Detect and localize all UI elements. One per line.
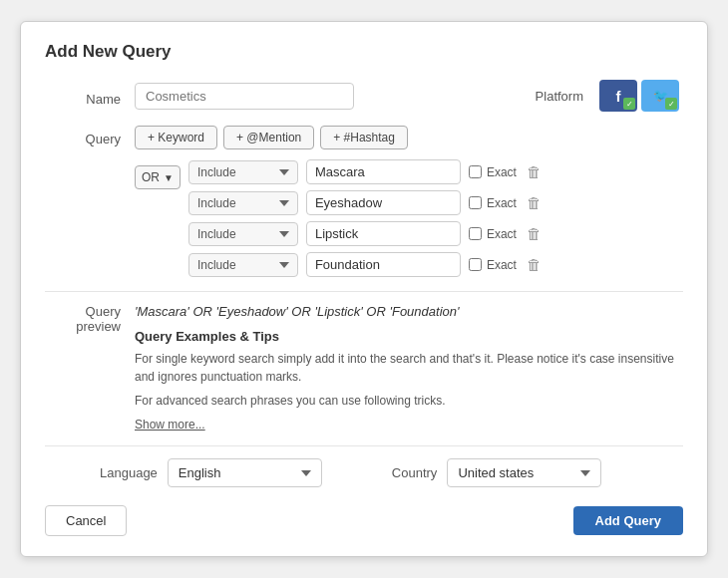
exact-checkbox-1[interactable]	[469, 165, 482, 178]
exact-checkbox-2[interactable]	[469, 196, 482, 209]
divider-1	[45, 291, 683, 292]
keyword-input-4[interactable]	[306, 252, 461, 277]
query-label: Query	[45, 126, 135, 146]
or-button[interactable]: OR ▼	[135, 165, 181, 189]
query-preview-content: 'Mascara' OR 'Eyeshadow' OR 'Lipstick' O…	[135, 304, 683, 432]
tips-line1: For single keyword search simply add it …	[135, 350, 683, 386]
include-select-4[interactable]: Include Exclude	[188, 253, 298, 277]
language-label: Language	[100, 465, 158, 480]
query-preview-label: Query preview	[45, 304, 135, 334]
query-preview-text: 'Mascara' OR 'Eyeshadow' OR 'Lipstick' O…	[135, 304, 683, 319]
add-query-button[interactable]: Add Query	[573, 506, 683, 535]
name-label: Name	[45, 86, 135, 107]
exact-label-2: Exact	[487, 196, 517, 210]
delete-row-2-button[interactable]: 🗑	[525, 192, 544, 213]
name-platform-row: Name Platform f ✓ 🐦 ✓	[45, 80, 683, 112]
platform-label: Platform	[536, 89, 583, 104]
or-label: OR	[142, 170, 160, 184]
mention-button[interactable]: + @Mention	[223, 126, 314, 149]
exact-check-3: Exact	[469, 227, 517, 241]
add-new-query-dialog: Add New Query Name Platform f ✓ 🐦 ✓ Quer…	[20, 21, 708, 557]
tips-title: Query Examples & Tips	[135, 329, 683, 344]
divider-2	[45, 445, 683, 446]
include-select-2[interactable]: Include Exclude	[188, 191, 298, 215]
query-type-buttons: + Keyword + @Mention + #Hashtag	[135, 126, 683, 149]
table-row: Include Exclude Exact 🗑	[188, 159, 683, 184]
language-country-row: Language English French Spanish German C…	[45, 458, 683, 487]
delete-row-4-button[interactable]: 🗑	[525, 254, 544, 275]
language-select[interactable]: English French Spanish German	[168, 458, 322, 487]
name-input[interactable]	[135, 83, 354, 110]
facebook-platform-button[interactable]: f ✓	[599, 80, 637, 112]
tips-line2: For advanced search phrases you can use …	[135, 392, 683, 410]
exact-label-4: Exact	[487, 258, 517, 272]
keyword-input-3[interactable]	[306, 221, 461, 246]
include-select-3[interactable]: Include Exclude	[188, 222, 298, 246]
hashtag-button[interactable]: + #Hashtag	[320, 126, 408, 149]
delete-row-3-button[interactable]: 🗑	[525, 223, 544, 244]
exact-check-4: Exact	[469, 258, 517, 272]
or-button-wrapper: OR ▼	[135, 165, 181, 189]
exact-checkbox-4[interactable]	[469, 258, 482, 271]
exact-label-1: Exact	[487, 165, 517, 179]
dialog-title: Add New Query	[45, 42, 683, 62]
keyword-button[interactable]: + Keyword	[135, 126, 217, 149]
exact-checkbox-3[interactable]	[469, 227, 482, 240]
facebook-icon: f	[616, 88, 621, 105]
twitter-platform-button[interactable]: 🐦 ✓	[641, 80, 679, 112]
language-section: Language English French Spanish German	[45, 458, 322, 487]
exact-check-1: Exact	[469, 165, 517, 179]
country-label: Country	[392, 465, 438, 480]
query-rows: Include Exclude Exact 🗑 Include	[188, 159, 683, 277]
delete-row-1-button[interactable]: 🗑	[525, 161, 544, 182]
table-row: Include Exclude Exact 🗑	[188, 190, 683, 215]
or-arrow-icon: ▼	[164, 172, 174, 183]
table-row: Include Exclude Exact 🗑	[188, 252, 683, 277]
footer-row: Cancel Add Query	[45, 505, 683, 536]
query-rows-wrapper: OR ▼ Include Exclude Exact	[135, 159, 683, 277]
country-section: Country United states United Kingdom Fra…	[392, 458, 602, 487]
table-row: Include Exclude Exact 🗑	[188, 221, 683, 246]
query-row: Query + Keyword + @Mention + #Hashtag OR…	[45, 126, 683, 277]
include-select-1[interactable]: Include Exclude	[188, 160, 298, 184]
keyword-input-2[interactable]	[306, 190, 461, 215]
twitter-check-icon: ✓	[665, 98, 677, 110]
query-preview-row: Query preview 'Mascara' OR 'Eyeshadow' O…	[45, 304, 683, 432]
keyword-input-1[interactable]	[306, 159, 461, 184]
show-more-link[interactable]: Show more...	[135, 418, 205, 432]
country-select[interactable]: United states United Kingdom France Germ…	[447, 458, 601, 487]
platform-wrapper: Platform f ✓ 🐦 ✓	[536, 80, 683, 112]
cancel-button[interactable]: Cancel	[45, 505, 127, 536]
exact-check-2: Exact	[469, 196, 517, 210]
exact-label-3: Exact	[487, 227, 517, 241]
facebook-check-icon: ✓	[623, 98, 635, 110]
query-content: + Keyword + @Mention + #Hashtag OR ▼ Inc	[135, 126, 683, 277]
